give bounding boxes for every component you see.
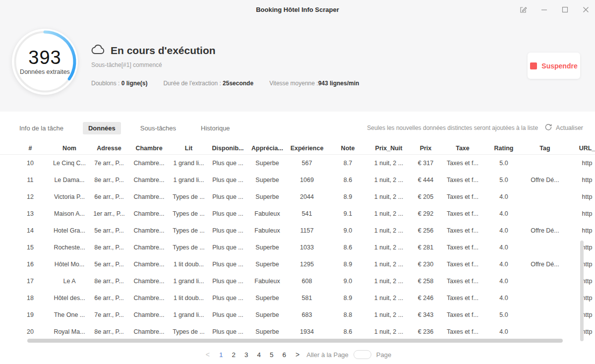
table-cell: Superbe	[247, 306, 287, 323]
close-button[interactable]	[580, 4, 591, 14]
tab-subtasks[interactable]: Sous-tâches	[135, 122, 181, 134]
column-header[interactable]: Nom	[50, 141, 89, 155]
table-cell: 5.0	[482, 172, 525, 188]
table-cell: Maison A...	[50, 205, 89, 222]
maximize-button[interactable]	[559, 4, 570, 14]
table-cell: 7e arr., P...	[89, 306, 129, 323]
column-header[interactable]: Note	[327, 141, 369, 155]
table-cell: 1 grand li...	[169, 306, 208, 323]
stats-row: Doublons : 0 ligne(s) Durée de l'extract…	[91, 80, 359, 87]
table-cell: 8.6	[327, 323, 369, 340]
column-header[interactable]: Chambre	[129, 141, 169, 155]
page-number[interactable]: 2	[230, 350, 238, 360]
table-cell: 5e arr., P...	[89, 222, 129, 239]
table-cell: Fabuleux	[247, 205, 287, 222]
table-row[interactable]: 19The One ...7e arr., P...Chambre...1 gr…	[0, 306, 595, 323]
column-header[interactable]: Lit	[169, 141, 208, 155]
tab-task-info[interactable]: Info de la tâche	[14, 122, 69, 134]
table-cell: 1 nuit, 2 ...	[369, 155, 409, 172]
table-cell: € 317	[409, 155, 443, 172]
table-cell: 4.0	[482, 290, 525, 306]
table-cell: 5.0	[482, 155, 525, 172]
column-header[interactable]: Prix_Nuit	[369, 141, 409, 155]
goto-page-input[interactable]	[354, 350, 371, 359]
page-number[interactable]: 4	[255, 350, 264, 360]
table-cell: 1 nuit, 2 ...	[369, 273, 409, 290]
table-cell: 7e arr., P...	[89, 155, 129, 172]
tab-data[interactable]: Données	[83, 122, 121, 134]
next-page-button[interactable]: >	[294, 351, 301, 359]
table-cell: 1 grand li...	[169, 273, 208, 290]
table-cell: Superbe	[247, 172, 287, 188]
page-number[interactable]: 6	[280, 350, 289, 360]
table-cell	[525, 306, 565, 323]
table-cell: 17	[11, 273, 50, 290]
table-cell: 9.1	[327, 205, 369, 222]
edit-icon[interactable]	[518, 4, 529, 14]
table-cell: 1157	[287, 222, 327, 239]
column-header[interactable]: Apprécia...	[247, 141, 287, 155]
progress-ring: 393 Données extraites	[12, 29, 78, 95]
table-cell: Plus que ...	[208, 155, 247, 172]
table-cell	[525, 205, 565, 222]
table-cell: 1033	[287, 239, 327, 256]
table-cell: 5e arr., P...	[89, 256, 129, 273]
prev-page-button[interactable]: <	[204, 351, 212, 359]
column-header[interactable]: Taxe	[443, 141, 482, 155]
column-header[interactable]: #	[11, 141, 50, 155]
column-header[interactable]: URL_	[565, 141, 595, 155]
page-numbers: 123456	[217, 350, 289, 360]
table-cell: http	[565, 188, 595, 205]
table-row[interactable]: 14Hotel Gra...5e arr., P...Chambre...Typ…	[0, 222, 595, 239]
table-cell: 1 lit doub...	[169, 290, 208, 306]
table-cell: Taxes et f...	[443, 256, 482, 273]
table-cell: 4.0	[482, 239, 525, 256]
suspend-button[interactable]: Suspendre	[528, 53, 580, 79]
column-header[interactable]: Prix	[409, 141, 443, 155]
table-row[interactable]: 12Victoria P...6e arr., P...Chambre...Ty…	[0, 188, 595, 205]
table-cell: 541	[287, 205, 327, 222]
table-cell: Superbe	[247, 188, 287, 205]
table-row[interactable]: 18Hôtel des...6e arr., P...Chambre...1 l…	[0, 290, 595, 306]
table-cell: Plus que ...	[208, 188, 247, 205]
table-cell: 9.0	[327, 222, 369, 239]
table-cell: Chambre...	[129, 188, 169, 205]
column-header[interactable]: Tag	[525, 141, 565, 155]
page-number[interactable]: 5	[267, 350, 276, 360]
page-number[interactable]: 3	[242, 350, 251, 360]
table-cell: 1 nuit, 2 ...	[369, 306, 409, 323]
table-body: 10Le Cinq C...7e arr., P...Chambre...1 g…	[0, 155, 595, 340]
table-row[interactable]: 15Rocheste...8e arr., P...Chambre...Type…	[0, 239, 595, 256]
table-cell: Types de ...	[169, 239, 208, 256]
horizontal-scrollbar[interactable]	[27, 339, 563, 343]
table-row[interactable]: 13Maison A...1er arr., P...Chambre...Typ…	[0, 205, 595, 222]
table-cell: 567	[287, 155, 327, 172]
column-header[interactable]: Rating	[482, 141, 525, 155]
page-number[interactable]: 1	[217, 350, 226, 360]
table-cell: 4.0	[482, 256, 525, 273]
table-row[interactable]: 10Le Cinq C...7e arr., P...Chambre...1 g…	[0, 155, 595, 172]
table-cell	[525, 155, 565, 172]
tabs-bar: Info de la tâche Données Sous-tâches His…	[0, 121, 595, 135]
column-header[interactable]: Disponib...	[208, 141, 247, 155]
table-cell: Superbe	[247, 323, 287, 340]
table-row[interactable]: 20Royal Ma...8e arr., P...Chambre...Type…	[0, 323, 595, 340]
table-cell: Chambre...	[129, 323, 169, 340]
table-cell: 4.0	[482, 188, 525, 205]
table-cell: 1 nuit, 2 ...	[369, 256, 409, 273]
table-cell: 4.0	[482, 205, 525, 222]
tab-history[interactable]: Historique	[195, 122, 236, 134]
table-row[interactable]: 16Hôtel Mo...5e arr., P...Chambre...1 li…	[0, 256, 595, 273]
vertical-scrollbar[interactable]	[580, 241, 584, 341]
column-header[interactable]: Expérience	[287, 141, 327, 155]
column-header[interactable]: Adresse	[89, 141, 129, 155]
refresh-button[interactable]: Actualiser	[545, 123, 583, 132]
table-cell: Taxes et f...	[443, 188, 482, 205]
minimize-button[interactable]	[538, 4, 549, 14]
table-row[interactable]: 11Le Dama...8e arr., P...Chambre...1 gra…	[0, 172, 595, 188]
status-block: En cours d'exécution Sous-tâche[#1] comm…	[91, 45, 216, 68]
table-row[interactable]: 17Le A8e arr., P...Chambre...1 grand li.…	[0, 273, 595, 290]
table-cell: Hotel Gra...	[50, 222, 89, 239]
table-cell: Rocheste...	[50, 239, 89, 256]
table-cell: € 230	[409, 256, 443, 273]
